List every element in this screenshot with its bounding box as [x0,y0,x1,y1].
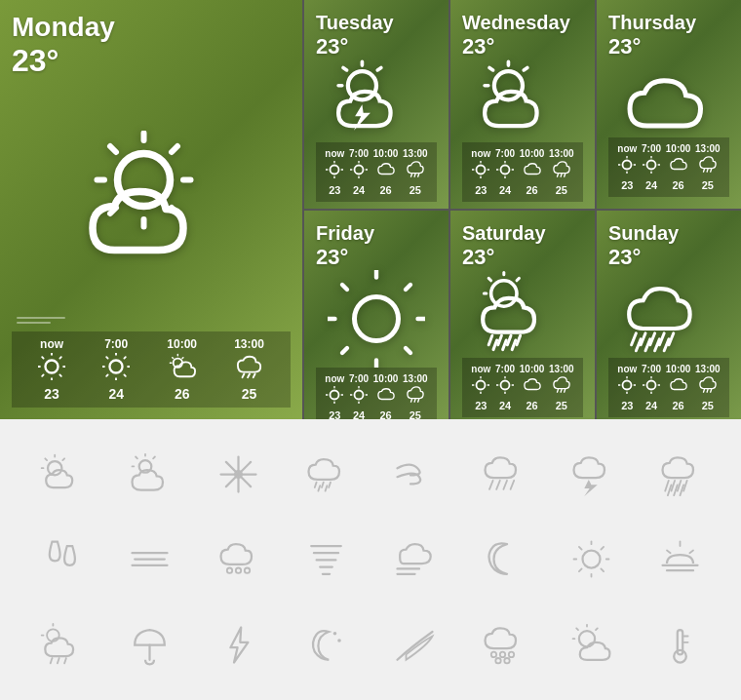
svg-line-51 [414,175,415,177]
day-card-monday[interactable]: Monday 23° [0,0,302,419]
svg-line-162 [153,456,155,458]
icon-rain-drops [39,537,83,581]
svg-point-217 [505,658,510,663]
svg-line-174 [497,481,501,489]
weather-icon-sunday [608,270,729,358]
svg-point-18 [110,360,123,372]
svg-line-197 [579,569,582,572]
svg-point-224 [674,650,686,663]
svg-line-128 [557,390,558,393]
svg-line-156 [46,458,48,460]
svg-line-91 [342,348,347,353]
icon-heavy-rain [658,452,702,496]
sun-hourly-now: now 23 [617,364,637,411]
svg-point-140 [623,381,632,390]
svg-line-130 [565,390,566,393]
day-name-saturday: Saturday [462,222,583,245]
day-temp-sunday: 23° [608,245,729,270]
svg-point-93 [331,391,339,400]
fri-hourly-1300: 13:00 25 [403,373,428,419]
icon-wind [393,452,437,496]
wed-hourly-1300: 13:00 25 [549,148,574,196]
sat-hourly-700: 7:00 24 [495,364,515,411]
separator [12,317,291,324]
svg-line-112 [498,335,502,345]
day-card-saturday[interactable]: Saturday 23° [450,211,595,419]
svg-line-50 [410,175,411,177]
day-temp-wednesday: 23° [462,34,583,59]
svg-point-218 [579,631,595,646]
svg-line-131 [632,333,637,345]
svg-line-30 [172,358,173,359]
weather-icon-saturday [462,270,583,358]
day-card-thursday[interactable]: Thursday 23° now 23 7:00 [597,0,741,209]
svg-line-83 [711,170,712,173]
svg-point-189 [244,568,249,573]
day-card-wednesday[interactable]: Wednesday 23° now 23 [450,0,595,209]
svg-line-169 [322,482,324,486]
svg-line-32 [242,373,244,377]
svg-line-208 [58,658,59,663]
svg-line-117 [512,340,516,350]
icon-sun-behind-cloud [569,623,613,667]
weather-icon-friday [316,270,437,368]
hourly-bar-thursday: now 23 7:00 24 10:00 26 [608,137,729,197]
svg-line-161 [136,456,137,458]
weather-icon-monday [12,89,291,309]
svg-line-33 [248,373,250,377]
svg-line-15 [59,357,60,358]
day-card-tuesday[interactable]: Tuesday 23° now [304,0,448,209]
sun-hourly-700: 7:00 24 [642,364,661,411]
day-card-sunday[interactable]: Sunday 23° [597,211,741,419]
sun-hourly-1300: 13:00 25 [695,364,721,411]
icon-wind-flag [393,623,437,667]
tue-hourly-1300: 13:00 25 [403,148,428,196]
svg-line-31 [182,358,183,359]
sat-hourly-1300: 13:00 25 [549,364,574,411]
day-name-tuesday: Tuesday [316,12,437,34]
day-name-wednesday: Wednesday [462,12,583,34]
fri-hourly-1000: 10:00 26 [373,373,399,419]
icon-crescent-moon [481,537,525,581]
svg-line-115 [493,340,497,350]
icon-snowflake [216,452,260,496]
svg-line-56 [489,68,493,70]
hourly-bar-tuesday: now 23 7:00 24 10:00 26 [316,142,437,202]
svg-line-171 [319,486,321,490]
svg-line-221 [576,629,578,631]
svg-line-201 [689,551,693,554]
svg-line-70 [565,175,566,177]
svg-line-111 [488,335,492,345]
svg-line-68 [557,175,558,177]
svg-line-175 [504,481,508,489]
wed-hourly-now: now 23 [471,148,490,196]
svg-line-104 [414,400,415,403]
svg-line-110 [517,278,519,280]
svg-point-216 [496,658,501,663]
hourly-bar-saturday: now 23 7:00 24 10:00 26 [462,358,583,417]
svg-line-209 [64,658,66,663]
svg-line-109 [488,278,490,280]
svg-point-145 [647,381,656,390]
svg-point-213 [491,652,496,657]
icon-cloud-sun [128,452,172,496]
svg-line-105 [418,400,419,403]
icon-partly-cloud-rain [39,623,83,667]
svg-line-114 [517,335,521,345]
svg-line-173 [489,481,493,489]
day-card-friday[interactable]: Friday 23° no [304,211,448,419]
svg-line-200 [667,551,671,554]
svg-line-157 [63,458,65,460]
icon-thunder-cloud [569,452,613,496]
svg-line-196 [601,547,604,550]
svg-point-123 [501,381,510,390]
svg-line-38 [343,68,347,70]
hourly-bar-sunday: now 23 7:00 24 10:00 26 [608,358,729,417]
hourly-item-now: now [38,337,65,402]
svg-line-90 [406,285,410,290]
svg-line-57 [524,68,527,70]
svg-line-151 [707,390,708,393]
wed-hourly-1000: 10:00 26 [520,148,545,196]
day-temp-friday: 23° [316,245,437,270]
icon-moon-stars [304,623,348,667]
